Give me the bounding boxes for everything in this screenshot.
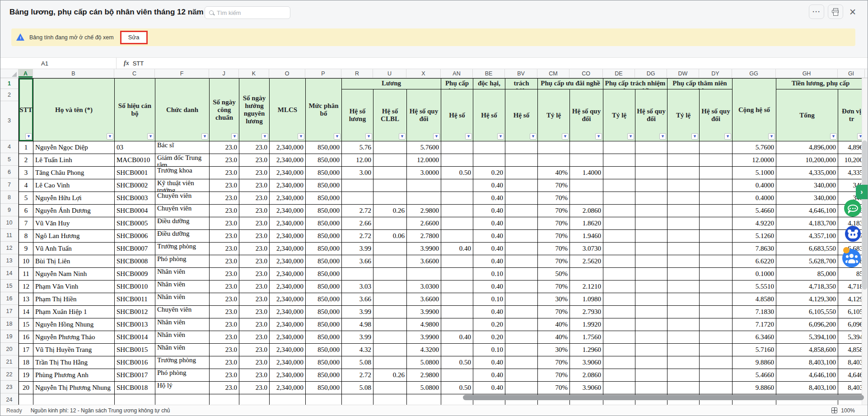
- select-all-corner[interactable]: [0, 69, 19, 78]
- header-he-so-doc-hai[interactable]: Hệ số: [473, 89, 505, 141]
- cell[interactable]: [441, 369, 473, 382]
- cell[interactable]: 4,183,700: [776, 217, 838, 230]
- row-number[interactable]: 23: [0, 381, 18, 393]
- filter-button[interactable]: [261, 133, 268, 140]
- cell[interactable]: 3.66: [342, 255, 373, 268]
- cell[interactable]: [635, 230, 667, 243]
- header-he-so-trach-nhiem[interactable]: Hệ số: [505, 89, 538, 141]
- cell[interactable]: Kỹ thuật viên trưởng: [155, 179, 210, 192]
- row-number[interactable]: 21: [0, 355, 18, 368]
- column-letter[interactable]: GI: [838, 69, 865, 78]
- cell[interactable]: [210, 394, 239, 406]
- cell[interactable]: 0.40: [473, 179, 505, 192]
- cell[interactable]: Trưởng phòng: [155, 243, 210, 255]
- cell[interactable]: 70%: [538, 356, 570, 369]
- cell[interactable]: 2,340,000: [270, 230, 306, 243]
- cell[interactable]: 4,896: [838, 141, 865, 154]
- cell[interactable]: 4.32: [342, 344, 373, 356]
- cell[interactable]: 70%: [538, 243, 570, 255]
- cell[interactable]: 2,340,000: [270, 167, 306, 179]
- cell[interactable]: 6,096: [838, 318, 865, 331]
- header-code[interactable]: Số hiệu cán bộ: [115, 79, 155, 141]
- cell[interactable]: [441, 280, 473, 293]
- cell[interactable]: [635, 356, 667, 369]
- cell[interactable]: 23.0: [239, 268, 270, 280]
- row-number[interactable]: 13: [0, 254, 18, 267]
- cell[interactable]: [115, 394, 155, 406]
- cell[interactable]: 850,000: [306, 280, 342, 293]
- cell[interactable]: [667, 230, 700, 243]
- cell[interactable]: 23.0: [239, 230, 270, 243]
- cell[interactable]: SHCB0008: [115, 255, 155, 268]
- cell[interactable]: 7.1720: [733, 318, 776, 331]
- cell[interactable]: 0.40: [473, 306, 505, 318]
- side-panel-toggle[interactable]: ›: [856, 185, 868, 199]
- cell[interactable]: 23.0: [239, 331, 270, 344]
- cell[interactable]: 1: [19, 141, 33, 154]
- assistant-bot-button[interactable]: [845, 226, 861, 242]
- cell[interactable]: 2,340,000: [270, 356, 306, 369]
- cell[interactable]: Nguyễn Phương Thảo: [33, 331, 115, 344]
- cell[interactable]: [373, 141, 407, 154]
- cell[interactable]: 3.66: [342, 293, 373, 306]
- cell[interactable]: [441, 318, 473, 331]
- cell[interactable]: [603, 318, 635, 331]
- cell[interactable]: 23.0: [239, 356, 270, 369]
- cell[interactable]: 0.50: [441, 382, 473, 394]
- cell[interactable]: 23.0: [239, 167, 270, 179]
- cell[interactable]: Trưởng khoa: [155, 167, 210, 179]
- cell[interactable]: 4: [19, 179, 33, 192]
- column-letter[interactable]: C: [114, 69, 155, 78]
- cell[interactable]: 4.98: [342, 318, 373, 331]
- cell[interactable]: 23.0: [210, 306, 239, 318]
- cell[interactable]: 23.0: [210, 141, 239, 154]
- cell[interactable]: 850,000: [306, 205, 342, 217]
- cell[interactable]: 8,403: [838, 382, 865, 394]
- cell[interactable]: [700, 268, 733, 280]
- cell[interactable]: 85: [838, 268, 865, 280]
- cell[interactable]: [407, 192, 441, 205]
- cell[interactable]: 0.50: [441, 167, 473, 179]
- cell[interactable]: [667, 280, 700, 293]
- filter-button[interactable]: [147, 133, 154, 140]
- cell[interactable]: [700, 369, 733, 382]
- cell[interactable]: SHCB0002: [115, 179, 155, 192]
- header-stt[interactable]: STT: [19, 79, 33, 141]
- cell[interactable]: [373, 344, 407, 356]
- row-number[interactable]: 2: [0, 89, 18, 101]
- cell[interactable]: Phạm Xuân Hiệp 1: [33, 306, 115, 318]
- cell[interactable]: Lê Tuấn Linh: [33, 154, 115, 167]
- cell[interactable]: 70%: [538, 179, 570, 192]
- cell[interactable]: 2,340,000: [270, 205, 306, 217]
- row-number[interactable]: 1: [0, 78, 18, 89]
- cell[interactable]: 850,000: [306, 369, 342, 382]
- cell[interactable]: 23.0: [239, 280, 270, 293]
- cell[interactable]: [570, 154, 603, 167]
- header-ty-le-tnvk[interactable]: Tỷ lệ: [667, 89, 700, 141]
- cell[interactable]: 23.0: [239, 243, 270, 255]
- cell[interactable]: 3.9900: [407, 331, 441, 344]
- cell[interactable]: [700, 167, 733, 179]
- filter-button[interactable]: [334, 133, 341, 140]
- cell[interactable]: 5.0800: [407, 382, 441, 394]
- cell[interactable]: 0.20: [473, 167, 505, 179]
- cell[interactable]: 4,858: [838, 344, 865, 356]
- search-input[interactable]: Tìm kiếm: [205, 6, 290, 19]
- cell[interactable]: 2.9800: [407, 205, 441, 217]
- vertical-scrollbar-thumb[interactable]: [862, 140, 867, 290]
- cell[interactable]: 2.0860: [570, 369, 603, 382]
- cell[interactable]: [700, 293, 733, 306]
- cell[interactable]: 12.0000: [733, 154, 776, 167]
- cell[interactable]: 2,340,000: [270, 331, 306, 344]
- cell[interactable]: SHCB0004: [115, 205, 155, 217]
- cell[interactable]: Điều dưỡng: [155, 230, 210, 243]
- cell[interactable]: 5,394,100: [776, 331, 838, 344]
- cell[interactable]: 7.8630: [733, 243, 776, 255]
- cell[interactable]: [667, 192, 700, 205]
- cell[interactable]: Bác sĩ: [155, 141, 210, 154]
- cell[interactable]: [538, 154, 570, 167]
- column-letter[interactable]: GG: [732, 69, 776, 78]
- header-job-title[interactable]: Chức danh: [155, 79, 210, 141]
- cell[interactable]: 850,000: [306, 293, 342, 306]
- cell[interactable]: SHCB0015: [115, 344, 155, 356]
